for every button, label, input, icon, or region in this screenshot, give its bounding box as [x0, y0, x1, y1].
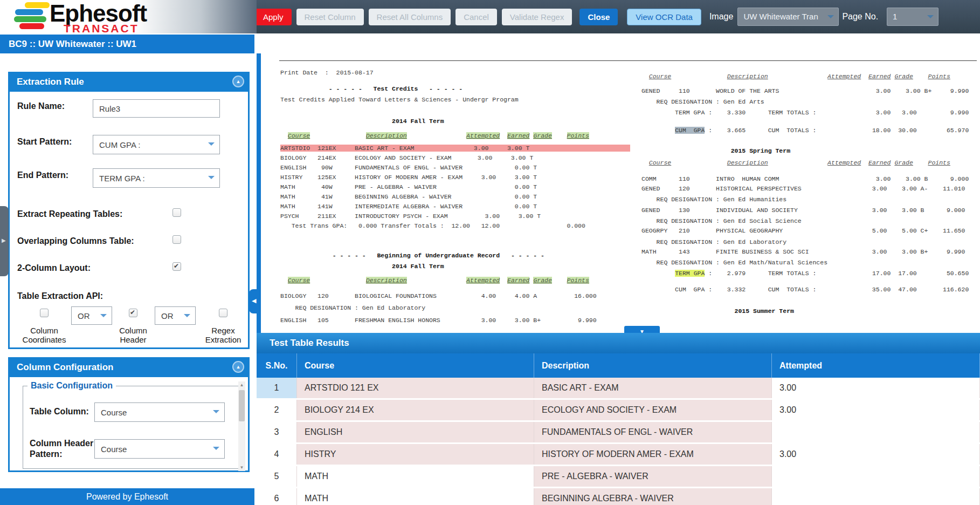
end-pattern-dropdown[interactable]: TERM GPA : [93, 168, 220, 188]
page-number-select-value: 1 [893, 12, 897, 21]
doc-text-line: MATH 143 FINITE BUSINESS & SOC SCI 3.00 … [641, 248, 965, 256]
results-column-header-sno: S.No. [257, 353, 297, 378]
column-header-caption: Column Header [109, 326, 157, 344]
start-pattern-value: CUM GPA : [99, 140, 140, 149]
logo-bar-green-icon [14, 16, 46, 22]
results-column-header-attempted: Attempted [772, 353, 980, 378]
table-row[interactable]: 2BIOLOGY 214 EXECOLOGY AND SOCIETY - EXA… [257, 400, 980, 422]
api-operator-1-value: OR [78, 311, 90, 320]
top-toolbar: ApplyReset ColumnReset All ColumnsCancel… [0, 0, 980, 33]
api-operator-2-value: OR [161, 311, 174, 320]
panel-scrollbar[interactable]: ▲ ▼ [238, 381, 245, 471]
api-operator-2-dropdown[interactable]: OR [155, 306, 196, 325]
doc-text-line: 2015 Spring Term [641, 147, 790, 155]
cell-description: FUNDAMENTALS OF ENGL - WAIVER [534, 422, 772, 442]
end-pattern-label: End Pattern: [17, 170, 68, 180]
doc-text-line: TERM GPA : 2.979 TERM TOTALS : 17.00 17.… [641, 270, 969, 277]
table-row[interactable]: 5MATHPRE - ALGEBRA - WAIVER [257, 466, 980, 488]
scrollbar-thumb[interactable] [239, 390, 245, 421]
image-select[interactable]: UW Whitewater Tran [737, 8, 839, 26]
doc-text-line: BIOLOGY 214EX ECOLOGY AND SOCIETY - EXAM… [280, 154, 533, 162]
document-collapse-tab[interactable] [249, 289, 261, 313]
doc-text-line: 2014 Fall Term [280, 263, 444, 270]
cell-course: HISTRY [297, 444, 534, 465]
column-configuration-title-text: Column Configuration [17, 362, 113, 372]
rule-name-label: Rule Name: [17, 101, 65, 111]
chevron-down-icon [208, 142, 215, 149]
powered-by-footer: Powered by Ephesoft [0, 488, 254, 505]
view-ocr-data-button[interactable]: View OCR Data [627, 9, 701, 25]
regex-extraction-caption: Regex Extraction [198, 326, 248, 344]
column-coordinates-checkbox[interactable] [40, 309, 49, 317]
column-header-checkbox[interactable] [129, 309, 137, 317]
doc-text-line: REQ DESIGNATION : Gen Ed Social Science [641, 217, 802, 225]
doc-text-line: BIOLOGY 120 BIOLOGICAL FOUNDATIONS 4.00 … [280, 292, 597, 300]
cell-sno: 3 [257, 422, 297, 442]
table-row[interactable]: 6MATHBEGINNING ALGEBRA - WAIVER [257, 488, 980, 505]
sidebar-expand-tab[interactable] [0, 206, 9, 276]
extraction-rule-panel-title: Extraction Rule [8, 72, 250, 92]
cell-description: PRE - ALGEBRA - WAIVER [534, 466, 772, 487]
column-configuration-panel: Column Configuration Basic Configuration… [8, 357, 250, 472]
cell-attempted: 3.00 [772, 378, 980, 398]
document-top-rule [279, 60, 977, 61]
api-operator-1-dropdown[interactable]: OR [71, 306, 112, 325]
column-header-pattern-dropdown[interactable]: Course [94, 439, 225, 459]
rule-name-input[interactable]: Rule3 [93, 99, 220, 118]
cell-attempted [772, 466, 980, 487]
table-column-dropdown[interactable]: Course [94, 402, 225, 422]
cell-sno: 2 [257, 400, 297, 420]
table-row[interactable]: 4HISTRYHISTORY OF MODERN AMER - EXAM3.00 [257, 444, 980, 466]
doc-table-header-line: Course Description Attempted Earned Grad… [641, 73, 950, 80]
logo-bar-blue-icon [15, 9, 43, 15]
image-label: Image [709, 12, 733, 22]
column-coordinates-caption: Column Coordinates [16, 326, 72, 344]
doc-text-line: CUM GPA : 3.332 CUM TOTALS : 35.00 47.00… [641, 286, 969, 294]
column-header-pattern-label: Column Header Pattern: [30, 438, 94, 460]
results-table-header: S.No.CourseDescriptionAttempted [257, 353, 980, 378]
cell-sno: 6 [257, 488, 297, 505]
extract-repeating-label: Extract Repeating Tables: [17, 209, 122, 219]
chevron-down-icon [184, 314, 190, 320]
cell-sno: 1 [257, 378, 297, 398]
collapse-up-icon[interactable] [232, 361, 244, 373]
collapse-up-icon[interactable] [232, 76, 244, 87]
apply-button[interactable]: Apply [255, 9, 292, 25]
image-select-value: UW Whitewater Tran [743, 12, 818, 21]
cell-course: BIOLOGY 214 EX [297, 400, 534, 420]
results-collapse-tab[interactable] [624, 326, 660, 333]
page-number-select[interactable]: 1 [887, 8, 938, 26]
table-row[interactable]: 3ENGLISHFUNDAMENTALS OF ENGL - WAIVER [257, 422, 980, 444]
extract-repeating-checkbox[interactable] [172, 208, 181, 217]
two-column-layout-checkbox[interactable] [172, 262, 181, 271]
table-row[interactable]: 1ARTSTDIO 121 EXBASIC ART - EXAM3.00 [257, 378, 980, 400]
close-button[interactable]: Close [579, 9, 618, 25]
doc-text-line: GENED 110 WORLD OF THE ARTS 3.00 3.00 B+… [641, 87, 969, 95]
rule-name-value: Rule3 [99, 104, 120, 113]
reset-all-columns-button[interactable]: Reset All Columns [369, 9, 451, 25]
cell-course: ARTSTDIO 121 EX [297, 378, 534, 398]
doc-text-line: PSYCH 211EX INTRODUCTORY PSYCH - EXAM 3.… [280, 213, 541, 220]
validate-regex-button[interactable]: Validate Regex [502, 9, 572, 25]
cancel-button[interactable]: Cancel [456, 9, 497, 25]
cell-description: ECOLOGY AND SOCIETY - EXAM [534, 400, 772, 420]
scroll-up-icon[interactable]: ▲ [238, 381, 245, 388]
ephesoft-logo: Ephesoft TRANSACT [0, 0, 257, 33]
doc-text-line: TERM GPA : 3.330 TERM TOTALS : 3.00 3.00… [641, 109, 969, 117]
start-pattern-label: Start Pattern: [17, 137, 72, 147]
reset-column-button[interactable]: Reset Column [296, 9, 364, 25]
doc-text-line: GENED 130 INDIVIDUAL AND SOCIETY 3.00 3.… [641, 207, 965, 214]
doc-text-line: - - - - - Test Credits - - - - - [280, 85, 463, 93]
start-pattern-dropdown[interactable]: CUM GPA : [93, 135, 220, 154]
doc-text-line: COMM 110 INTRO HUMAN COMM 3.00 3.00 B 9.… [641, 175, 969, 183]
overlapping-columns-checkbox[interactable] [172, 235, 181, 244]
cell-attempted: 3.00 [772, 444, 980, 465]
regex-extraction-checkbox[interactable] [219, 309, 227, 317]
doc-text-line: REQ DESIGNATION : Gen Ed Humanities [641, 196, 786, 203]
cell-course: ENGLISH [297, 422, 534, 442]
cell-description: HISTORY OF MODERN AMER - EXAM [534, 444, 772, 465]
chevron-down-icon [208, 176, 215, 182]
toolbar-buttons: ApplyReset ColumnReset All ColumnsCancel… [255, 0, 938, 33]
doc-text-line: - - - - - Beginning of Undergraduate Rec… [280, 252, 544, 260]
scroll-down-icon[interactable]: ▼ [238, 464, 245, 471]
